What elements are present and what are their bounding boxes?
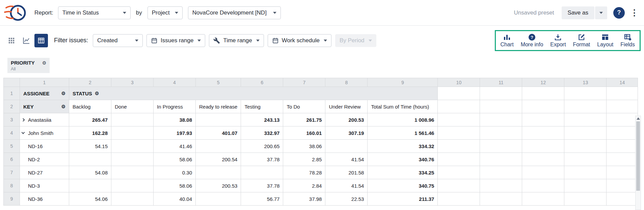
scroll-up-arrow-icon[interactable]	[637, 117, 640, 120]
value-cell[interactable]: 54.15	[69, 140, 111, 153]
value-cell[interactable]: 340.76	[368, 153, 438, 166]
value-cell[interactable]: 54.06	[69, 192, 111, 206]
value-cell[interactable]	[111, 179, 154, 192]
value-cell[interactable]: 56.77	[241, 192, 283, 206]
row-label: John Smith	[28, 130, 53, 136]
table-view-button[interactable]	[34, 34, 48, 47]
value-cell[interactable]	[69, 153, 111, 166]
gear-icon[interactable]: ⚙	[42, 60, 47, 66]
value-cell[interactable]: 334.25	[368, 166, 438, 179]
work-schedule-dropdown[interactable]: Work schedule	[268, 34, 331, 47]
value-cell[interactable]: 307.19	[325, 126, 368, 140]
value-cell[interactable]: 201.58	[325, 166, 368, 179]
issues-range-dropdown[interactable]: Issues range	[146, 34, 205, 47]
value-cell[interactable]: 37.98	[283, 192, 325, 206]
report-type-select[interactable]: Time in Status	[58, 6, 131, 19]
format-action-button[interactable]: Format	[573, 33, 590, 48]
value-cell[interactable]: 332.97	[241, 126, 283, 140]
save-as-button[interactable]: Save as	[562, 6, 594, 19]
row-label-cell[interactable]: ND-36	[20, 192, 69, 206]
value-cell[interactable]: 2.85	[283, 153, 325, 166]
value-cell[interactable]: 58.06	[154, 153, 196, 166]
value-cell[interactable]	[111, 192, 154, 206]
export-action-button[interactable]: Export	[550, 33, 566, 48]
layout-action-button[interactable]: Layout	[597, 33, 613, 48]
value-cell[interactable]: 1 008.96	[368, 113, 438, 126]
grid-view-button[interactable]	[5, 34, 18, 47]
scope-select[interactable]: Project	[147, 6, 183, 19]
project-select[interactable]: NovaCore Development [ND]	[188, 6, 281, 19]
value-cell[interactable]: 340.75	[368, 179, 438, 192]
time-range-dropdown[interactable]: Time range	[209, 34, 264, 47]
value-cell[interactable]: 160.01	[283, 126, 325, 140]
chart-view-button[interactable]	[20, 34, 33, 47]
priority-filter[interactable]: PRIORITY ⚙ All	[7, 58, 50, 73]
value-cell[interactable]	[196, 140, 241, 153]
save-as-dropdown-button[interactable]	[595, 6, 607, 19]
key-header[interactable]: KEY⚙	[20, 100, 69, 113]
gear-icon[interactable]: ⚙	[61, 104, 65, 109]
value-cell[interactable]: 1 561.46	[368, 126, 438, 140]
value-cell[interactable]: 265.47	[69, 113, 111, 126]
gear-icon[interactable]: ⚙	[61, 91, 65, 96]
action-label: Format	[573, 42, 590, 48]
value-cell[interactable]: 38.06	[283, 140, 325, 153]
value-cell[interactable]: 58.06	[154, 179, 196, 192]
chart-action-button[interactable]: Chart	[501, 33, 514, 48]
value-cell[interactable]: 200.54	[196, 153, 241, 166]
value-cell[interactable]: 41.54	[325, 179, 368, 192]
value-cell[interactable]: 200.53	[325, 113, 368, 126]
value-cell[interactable]	[111, 126, 154, 140]
chevron-right-icon[interactable]	[22, 119, 28, 121]
scrollbar-thumb[interactable]	[636, 121, 640, 191]
value-cell[interactable]	[111, 140, 154, 153]
value-cell[interactable]: 261.75	[283, 113, 325, 126]
more-info-action-button[interactable]: ? More info	[521, 33, 543, 48]
assignee-header[interactable]: ASSIGNEE⚙	[20, 87, 69, 100]
value-cell[interactable]: 37.78	[241, 179, 283, 192]
help-button[interactable]: ?	[613, 7, 625, 19]
value-cell[interactable]: 41.54	[325, 153, 368, 166]
gear-icon[interactable]: ⚙	[95, 91, 99, 96]
fields-action-button[interactable]: Fields	[620, 33, 635, 48]
value-cell[interactable]: 243.13	[241, 113, 283, 126]
status-column-header: Done	[111, 100, 154, 113]
value-cell[interactable]: 334.32	[368, 140, 438, 153]
status-header[interactable]: STATUS⚙	[69, 87, 438, 100]
value-cell[interactable]: 200.65	[241, 140, 283, 153]
value-cell[interactable]	[196, 166, 241, 179]
value-cell[interactable]: 211.37	[368, 192, 438, 206]
value-cell[interactable]: 41.46	[154, 140, 196, 153]
row-label-cell[interactable]: ND-16	[20, 140, 69, 153]
row-label-cell[interactable]: Anastasiia	[20, 113, 69, 126]
value-cell[interactable]: 2.84	[283, 179, 325, 192]
row-label-cell[interactable]: ND-27	[20, 166, 69, 179]
value-cell[interactable]: 78.28	[283, 166, 325, 179]
value-cell[interactable]: 162.28	[69, 126, 111, 140]
created-filter-select[interactable]: Created	[93, 34, 143, 47]
value-cell[interactable]	[241, 166, 283, 179]
value-cell[interactable]: 197.93	[154, 126, 196, 140]
value-cell[interactable]: 54.08	[69, 166, 111, 179]
value-cell[interactable]: 40.04	[154, 192, 196, 206]
value-cell[interactable]	[196, 113, 241, 126]
value-cell[interactable]: 200.53	[196, 179, 241, 192]
kebab-menu-button[interactable]: ⋮	[630, 8, 639, 17]
value-cell[interactable]: 37.78	[241, 153, 283, 166]
value-cell[interactable]	[196, 192, 241, 206]
value-cell[interactable]: 38.08	[154, 113, 196, 126]
value-cell[interactable]	[111, 113, 154, 126]
value-cell[interactable]: 22.53	[325, 192, 368, 206]
value-cell[interactable]: 401.07	[196, 126, 241, 140]
row-number: 3	[4, 113, 20, 126]
vertical-scrollbar[interactable]	[635, 116, 641, 210]
value-cell[interactable]	[69, 179, 111, 192]
chevron-down-icon[interactable]	[22, 132, 28, 134]
value-cell[interactable]	[111, 153, 154, 166]
row-label-cell[interactable]: ND-3	[20, 179, 69, 192]
value-cell[interactable]	[325, 140, 368, 153]
value-cell[interactable]: 0.30	[154, 166, 196, 179]
value-cell[interactable]	[111, 166, 154, 179]
row-label-cell[interactable]: John Smith	[20, 126, 69, 140]
row-label-cell[interactable]: ND-2	[20, 153, 69, 166]
